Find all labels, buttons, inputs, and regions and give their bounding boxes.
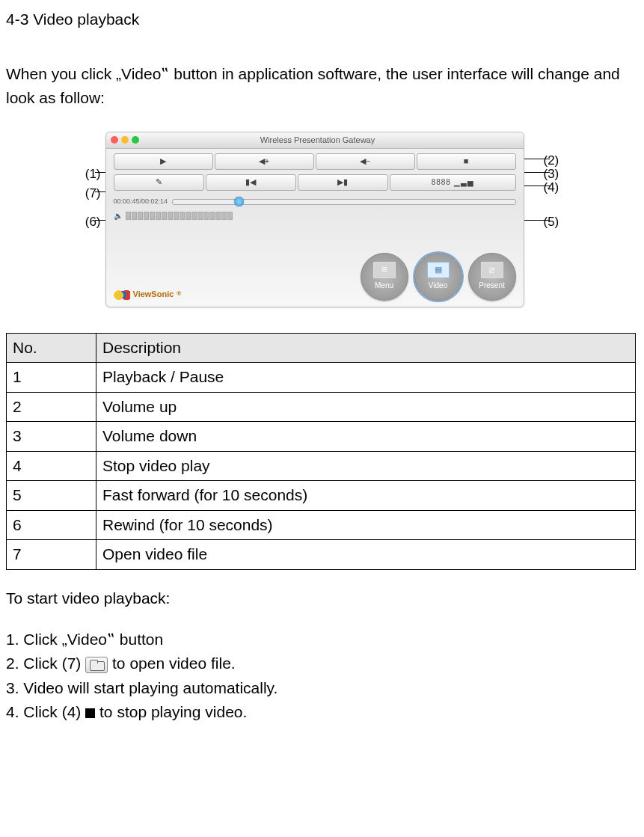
step-4a: 4. Click (4) (6, 703, 85, 720)
table-row: 1Playback / Pause (7, 363, 636, 393)
time-label: 00:00:45/00:02:14 (114, 197, 168, 207)
rewind-button[interactable]: ▮◀ (206, 174, 296, 191)
cell-no: 7 (7, 540, 96, 570)
volume-bars[interactable] (126, 212, 233, 220)
table-row: 7Open video file (7, 540, 636, 570)
present-round-button[interactable]: Present (468, 253, 516, 301)
code-value: 8888 (432, 177, 451, 188)
logo-text: ViewSonic (133, 288, 174, 301)
play-pause-button[interactable]: ▶ (114, 153, 213, 170)
stop-button[interactable]: ■ (417, 153, 516, 170)
forward-button[interactable]: ▶▮ (298, 174, 388, 191)
signal-icon: ▁▃▅ (454, 177, 474, 188)
table-row: 3Volume down (7, 422, 636, 452)
present-label: Present (479, 280, 504, 292)
present-icon (481, 262, 503, 278)
step-3: 3. Video will start playing automaticall… (6, 676, 638, 701)
callout-4: (4) (544, 178, 577, 197)
cell-desc: Volume down (96, 422, 636, 452)
menu-label: Menu (375, 280, 393, 292)
viewsonic-logo: ViewSonic® (114, 288, 182, 301)
intro-paragraph: When you click „Video‟ button in applica… (6, 62, 638, 111)
cell-no: 5 (7, 481, 96, 511)
step-2: 2. Click (7) to open video file. (6, 651, 638, 676)
window-titlebar: Wireless Presentation Gateway (106, 132, 524, 149)
code-display: 8888 ▁▃▅ (390, 174, 516, 191)
cell-desc: Open video file (96, 540, 636, 570)
video-round-button[interactable]: Video (414, 253, 462, 301)
cell-no: 6 (7, 510, 96, 540)
volume-down-button[interactable]: ◀− (316, 153, 415, 170)
video-icon (427, 262, 450, 278)
cell-no: 4 (7, 451, 96, 481)
open-file-button[interactable]: ✎ (114, 174, 204, 191)
window-title: Wireless Presentation Gateway (117, 134, 519, 147)
seek-thumb[interactable] (234, 197, 244, 206)
app-window: Wireless Presentation Gateway ▶ ◀+ ◀− ■ … (105, 132, 524, 307)
step-4b: to stop playing video. (99, 703, 247, 720)
description-table: No. Description 1Playback / Pause 2Volum… (6, 333, 636, 570)
callout-7: (7) (68, 184, 101, 203)
table-row: 2Volume up (7, 392, 636, 422)
logo-birds-icon (114, 288, 130, 300)
menu-round-button[interactable]: Menu (361, 253, 408, 301)
th-desc: Description (96, 333, 636, 363)
start-playback-label: To start video playback: (6, 586, 638, 611)
table-row: 4Stop video play (7, 451, 636, 481)
cell-no: 2 (7, 392, 96, 422)
ui-screenshot-figure: (1) (7) (6) (2) (3) (4) (5) Wireless Pre… (68, 132, 577, 307)
video-label: Video (429, 280, 447, 292)
table-row: 6Rewind (for 10 seconds) (7, 510, 636, 540)
steps-list: 1. Click „Video‟ button 2. Click (7) to … (6, 628, 638, 725)
table-row: 5Fast forward (for 10 seconds) (7, 481, 636, 511)
step-2a: 2. Click (7) (6, 654, 85, 672)
cell-no: 3 (7, 422, 96, 452)
section-heading: 4-3 Video playback (6, 7, 638, 32)
cell-desc: Stop video play (96, 451, 636, 481)
cell-desc: Volume up (96, 392, 636, 422)
seek-slider[interactable] (172, 199, 515, 205)
volume-up-button[interactable]: ◀+ (215, 153, 314, 170)
step-4: 4. Click (4) to stop playing video. (6, 700, 638, 725)
cell-desc: Fast forward (for 10 seconds) (96, 481, 636, 511)
callout-1: (1) (68, 165, 101, 184)
step-1: 1. Click „Video‟ button (6, 628, 638, 652)
cell-no: 1 (7, 363, 96, 393)
th-no: No. (7, 333, 96, 363)
callout-5: (5) (544, 212, 577, 232)
menu-icon (373, 262, 396, 278)
open-folder-icon (85, 657, 108, 673)
cell-desc: Playback / Pause (96, 363, 636, 393)
step-2b: to open video file. (112, 654, 236, 672)
callout-6: (6) (68, 212, 101, 232)
speaker-icon: 🔈 (114, 210, 123, 222)
cell-desc: Rewind (for 10 seconds) (96, 510, 636, 540)
stop-square-icon (85, 708, 95, 718)
